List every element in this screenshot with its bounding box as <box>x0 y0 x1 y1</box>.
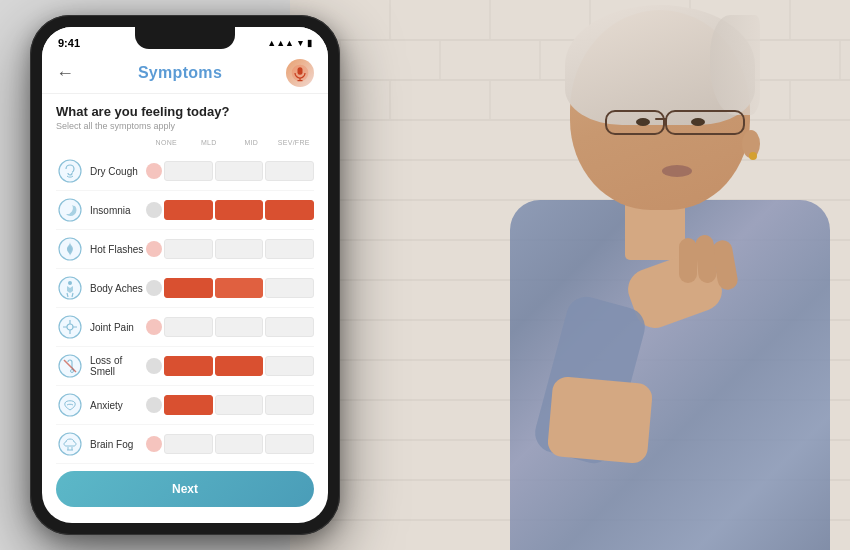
sev-mid-hot-flashes[interactable] <box>215 239 264 259</box>
symptom-name-body-aches: Body Aches <box>90 283 146 294</box>
sev-none-body-aches[interactable] <box>146 280 162 296</box>
column-headers: NONE MLD MID SEV/FRE <box>56 139 314 150</box>
question-title: What are you feeling today? <box>56 104 314 119</box>
col-none: NONE <box>146 139 187 146</box>
sev-none-loss-of-smell[interactable] <box>146 358 162 374</box>
person-silhouette <box>370 0 850 550</box>
sev-sev-joint-pain[interactable] <box>265 317 314 337</box>
severity-row-brain-fog[interactable] <box>146 434 314 454</box>
symptom-icon-body-aches <box>56 274 84 302</box>
phone-frame: 9:41 ▲▲▲ ▾ ▮ ← Symptoms <box>30 15 340 535</box>
sev-mid-loss-of-smell[interactable] <box>215 356 264 376</box>
sev-mid-body-aches[interactable] <box>215 278 264 298</box>
symptom-row-loss-of-smell[interactable]: Loss of Smell <box>56 347 314 386</box>
symptom-icon-anxiety <box>56 391 84 419</box>
symptom-name-hot-flashes: Hot Flashes <box>90 244 146 255</box>
severity-row-loss-of-smell[interactable] <box>146 356 314 376</box>
sev-mild-body-aches[interactable] <box>164 278 213 298</box>
symptom-name-anxiety: Anxiety <box>90 400 146 411</box>
sev-sev-loss-of-smell[interactable] <box>265 356 314 376</box>
sev-none-anxiety[interactable] <box>146 397 162 413</box>
sev-mild-loss-of-smell[interactable] <box>164 356 213 376</box>
next-button[interactable]: Next <box>56 471 314 507</box>
symptom-row-anxiety[interactable]: Anxiety <box>56 386 314 425</box>
sev-mid-joint-pain[interactable] <box>215 317 264 337</box>
severity-row-dry-cough[interactable] <box>146 161 314 181</box>
wall-background <box>290 0 850 550</box>
sev-mild-brain-fog[interactable] <box>164 434 213 454</box>
severity-row-hot-flashes[interactable] <box>146 239 314 259</box>
phone-wrapper: 9:41 ▲▲▲ ▾ ▮ ← Symptoms <box>30 15 340 535</box>
phone-screen: 9:41 ▲▲▲ ▾ ▮ ← Symptoms <box>42 27 328 523</box>
symptom-row-hot-flashes[interactable]: Hot Flashes <box>56 230 314 269</box>
sev-none-joint-pain[interactable] <box>146 319 162 335</box>
severity-row-insomnia[interactable] <box>146 200 314 220</box>
symptom-row-insomnia[interactable]: Insomnia <box>56 191 314 230</box>
sev-none-insomnia[interactable] <box>146 202 162 218</box>
severity-row-joint-pain[interactable] <box>146 317 314 337</box>
status-icons: ▲▲▲ ▾ ▮ <box>267 38 312 48</box>
mic-icon <box>290 63 310 83</box>
symptom-name-joint-pain: Joint Pain <box>90 322 146 333</box>
sev-mid-anxiety[interactable] <box>215 395 264 415</box>
battery-icon: ▮ <box>307 38 312 48</box>
svg-rect-1 <box>297 67 302 75</box>
sev-mild-anxiety[interactable] <box>164 395 213 415</box>
sev-sev-dry-cough[interactable] <box>265 161 314 181</box>
col-mid: MID <box>231 139 272 146</box>
severity-row-anxiety[interactable] <box>146 395 314 415</box>
symptom-name-loss-of-smell: Loss of Smell <box>90 355 146 377</box>
status-time: 9:41 <box>58 37 80 49</box>
col-headers: NONE MLD MID SEV/FRE <box>146 139 314 146</box>
question-subtitle: Select all the symptoms apply <box>56 121 314 131</box>
col-sev: SEV/FRE <box>274 139 315 146</box>
sev-sev-hot-flashes[interactable] <box>265 239 314 259</box>
svg-point-11 <box>59 316 81 338</box>
sev-sev-anxiety[interactable] <box>265 395 314 415</box>
app-header: ← Symptoms <box>42 55 328 94</box>
sev-none-dry-cough[interactable] <box>146 163 162 179</box>
severity-row-body-aches[interactable] <box>146 278 314 298</box>
symptom-icon-hot-flashes <box>56 235 84 263</box>
sev-mid-dry-cough[interactable] <box>215 161 264 181</box>
app-content: What are you feeling today? Select all t… <box>42 94 328 518</box>
svg-point-5 <box>59 199 81 221</box>
symptom-name-brain-fog: Brain Fog <box>90 439 146 450</box>
symptom-icon-insomnia <box>56 196 84 224</box>
symptom-icon-brain-fog <box>56 430 84 458</box>
wifi-icon: ▾ <box>298 38 303 48</box>
symptom-name-dry-cough: Dry Cough <box>90 166 146 177</box>
svg-point-8 <box>68 281 72 285</box>
sev-mild-insomnia[interactable] <box>164 200 213 220</box>
phone-notch <box>135 27 235 49</box>
sev-none-hot-flashes[interactable] <box>146 241 162 257</box>
back-button[interactable]: ← <box>56 63 74 84</box>
sev-mid-brain-fog[interactable] <box>215 434 264 454</box>
symptom-row-body-aches[interactable]: Body Aches <box>56 269 314 308</box>
col-mild: MLD <box>189 139 230 146</box>
sev-sev-insomnia[interactable] <box>265 200 314 220</box>
symptom-row-joint-pain[interactable]: Joint Pain <box>56 308 314 347</box>
sev-mild-dry-cough[interactable] <box>164 161 213 181</box>
mic-button[interactable] <box>286 59 314 87</box>
symptom-row-dry-cough[interactable]: Dry Cough <box>56 152 314 191</box>
symptom-icon-loss-of-smell <box>56 352 84 380</box>
svg-point-21 <box>59 433 81 455</box>
symptom-row-brain-fog[interactable]: Brain Fog <box>56 425 314 464</box>
sev-mid-insomnia[interactable] <box>215 200 264 220</box>
sev-mild-hot-flashes[interactable] <box>164 239 213 259</box>
sev-sev-body-aches[interactable] <box>265 278 314 298</box>
svg-point-4 <box>59 160 81 182</box>
symptom-icon-joint-pain <box>56 313 84 341</box>
svg-point-20 <box>59 394 81 416</box>
signal-icon: ▲▲▲ <box>267 38 294 48</box>
symptom-icon-dry-cough <box>56 157 84 185</box>
app-title: Symptoms <box>138 64 222 82</box>
sev-none-brain-fog[interactable] <box>146 436 162 452</box>
sev-mild-joint-pain[interactable] <box>164 317 213 337</box>
symptom-name-insomnia: Insomnia <box>90 205 146 216</box>
sev-sev-brain-fog[interactable] <box>265 434 314 454</box>
